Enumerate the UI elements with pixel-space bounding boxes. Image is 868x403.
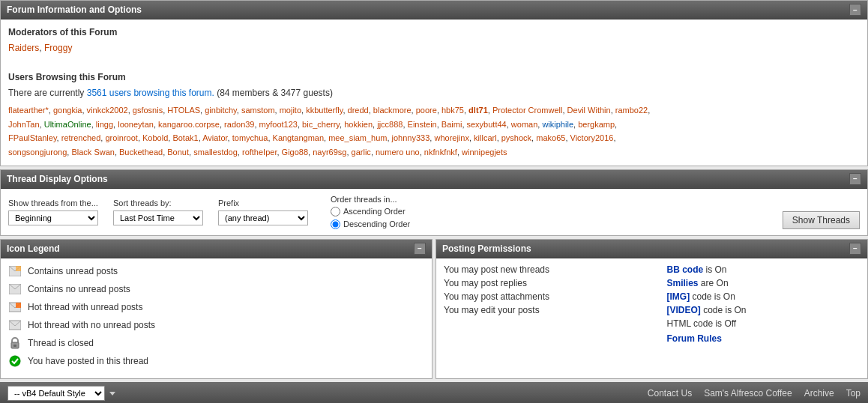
forum-rules-link[interactable]: Forum Rules: [667, 333, 861, 344]
users-count-link[interactable]: 3561 users browsing this forum.: [87, 88, 214, 98]
style-select[interactable]: -- vB4 Default Style: [7, 386, 105, 401]
user-ginbitchy[interactable]: ginbitchy: [205, 106, 237, 115]
users-browsing-text: There are currently 3561 users browsing …: [8, 86, 860, 100]
user-numero-uno[interactable]: numero uno: [376, 148, 420, 157]
legend-item-closed: Thread is closed: [8, 336, 424, 350]
user-wikiphile[interactable]: wikiphile: [542, 120, 573, 129]
user-johntan[interactable]: JohnTan: [8, 120, 40, 129]
user-kangtangman[interactable]: Kangtangman: [273, 133, 325, 142]
user-lingg[interactable]: lingg: [96, 120, 113, 129]
user-tomychua[interactable]: tomychua: [232, 133, 268, 142]
smilies-link[interactable]: Smilies: [667, 278, 699, 288]
user-flatearther[interactable]: flatearther*: [8, 106, 49, 115]
top-link[interactable]: Top: [846, 388, 861, 399]
user-hbk75[interactable]: hbk75: [441, 106, 464, 115]
legend-label-hot-read: Hot thread with no unread posts: [28, 320, 155, 330]
descending-radio[interactable]: [331, 219, 340, 229]
user-aviator[interactable]: Aviator: [202, 133, 227, 142]
icon-legend-section: Icon Legend − Contains unread posts: [0, 239, 433, 379]
user-sexybutt44[interactable]: sexybutt44: [467, 120, 507, 129]
user-gongkia[interactable]: gongkia: [53, 106, 82, 115]
svg-rect-1: [16, 266, 21, 271]
user-groinroot[interactable]: groinroot: [105, 133, 137, 142]
user-fpaulstanley[interactable]: FPaulStanley: [8, 133, 57, 142]
user-vinkck2002[interactable]: vinkck2002: [87, 106, 128, 115]
collapse-icon-legend-btn[interactable]: −: [414, 243, 426, 255]
img-code-link[interactable]: [IMG]: [667, 291, 690, 302]
collapse-thread-options-btn[interactable]: −: [849, 173, 861, 185]
perm-post-replies: You may post replies: [444, 278, 637, 288]
user-devil[interactable]: Devil Within: [567, 106, 611, 115]
sort-threads-group: Sort threads by: Last Post Time Thread T…: [113, 199, 203, 225]
user-bic-cherry[interactable]: bic_cherry: [302, 120, 340, 129]
user-bonut[interactable]: Bonut: [167, 148, 189, 157]
legend-item-unread: Contains unread posts: [8, 264, 424, 278]
collapse-posting-permissions-btn[interactable]: −: [849, 243, 861, 255]
user-nkfnkfnkf[interactable]: nkfnkfnkf: [424, 148, 457, 157]
user-buckethead[interactable]: Buckethead: [119, 148, 163, 157]
user-garlic[interactable]: garlic: [352, 148, 371, 157]
user-dredd[interactable]: dredd: [348, 106, 369, 115]
user-poore[interactable]: poore: [416, 106, 437, 115]
user-songsongjurong[interactable]: songsongjurong: [8, 148, 67, 157]
user-gigo88[interactable]: Gigo88: [282, 148, 308, 157]
archive-link[interactable]: Archive: [804, 388, 834, 399]
svg-point-8: [10, 356, 20, 366]
user-samstom[interactable]: samstom: [241, 106, 275, 115]
user-mojito[interactable]: mojito: [280, 106, 301, 115]
user-mako65[interactable]: mako65: [536, 133, 565, 142]
user-smallestdog[interactable]: smallestdog: [193, 148, 238, 157]
user-johnny333[interactable]: johnny333: [392, 133, 430, 142]
user-roftheiper[interactable]: roftheIper: [242, 148, 277, 157]
prefix-select[interactable]: (any thread): [218, 210, 308, 225]
sams-alfresco-link[interactable]: Sam's Alfresco Coffee: [704, 388, 792, 399]
user-protector[interactable]: Protector Cromwell: [492, 106, 563, 115]
user-myfoot123[interactable]: myfoot123: [259, 120, 298, 129]
user-htolas[interactable]: HTOLAS: [167, 106, 200, 115]
user-blackmore[interactable]: blackmore: [373, 106, 412, 115]
user-kobold[interactable]: Kobold: [142, 133, 168, 142]
user-einstein[interactable]: Einstein: [408, 120, 437, 129]
bb-code-link[interactable]: BB code: [667, 264, 704, 275]
user-whorejinx[interactable]: whorejinx: [434, 133, 468, 142]
user-hokkien[interactable]: hokkien: [344, 120, 373, 129]
user-pyshock[interactable]: pyshock: [501, 133, 531, 142]
user-black-swan[interactable]: Black Swan: [71, 148, 114, 157]
thread-options-section: Thread Display Options − Show threads fr…: [0, 169, 868, 236]
user-radon39[interactable]: radon39: [224, 120, 254, 129]
video-code-link[interactable]: [VIDEO]: [667, 305, 701, 315]
perm-row: You may post new threads You may post re…: [444, 264, 860, 344]
perm-right: BB code is On Smilies are On [IMG] code …: [667, 264, 861, 344]
user-looneytan[interactable]: looneytan: [118, 120, 154, 129]
moderator-raiders[interactable]: Raiders: [8, 43, 39, 53]
users-browsing-label: Users Browsing this Forum: [8, 70, 860, 85]
moderator-froggy[interactable]: Froggy: [44, 43, 72, 53]
sort-threads-select[interactable]: Last Post Time Thread Title Thread Start…: [113, 210, 203, 225]
envelope-unread-icon: [8, 264, 22, 278]
user-killcarl[interactable]: killcarl: [474, 133, 497, 142]
user-gsfosnis[interactable]: gsfosnis: [133, 106, 163, 115]
prefix-group: Prefix (any thread): [218, 199, 308, 225]
user-nayr69sg[interactable]: nayr69sg: [313, 148, 346, 157]
user-retrenched[interactable]: retrenched: [61, 133, 101, 142]
user-winnipegjets[interactable]: winnipegjets: [462, 148, 507, 157]
show-threads-from-select[interactable]: Beginning Last Day Last 2 Days Last Week…: [8, 210, 98, 225]
user-jjcc888[interactable]: jjcc888: [377, 120, 403, 129]
user-baimi[interactable]: Baimi: [441, 120, 462, 129]
contact-us-link[interactable]: Contact Us: [648, 388, 692, 399]
user-mee-siam[interactable]: mee_siam_hum: [328, 133, 387, 142]
user-dlt71[interactable]: dlt71: [468, 106, 488, 115]
user-woman[interactable]: woman: [511, 120, 537, 129]
perm-edit-posts: You may edit your posts: [444, 305, 637, 315]
user-kangaroo[interactable]: kangaroo.corpse: [158, 120, 220, 129]
collapse-forum-info-btn[interactable]: −: [849, 4, 861, 16]
user-bergkamp[interactable]: bergkamp: [578, 120, 615, 129]
user-list: flatearther*, gongkia, vinkck2002, gsfos…: [8, 103, 860, 160]
user-kkbutterfly[interactable]: kkbutterfly: [306, 106, 343, 115]
user-victory2016[interactable]: Victory2016: [570, 133, 614, 142]
user-rambo22[interactable]: rambo22: [615, 106, 648, 115]
show-threads-button[interactable]: Show Threads: [783, 211, 860, 229]
user-ultimaonline[interactable]: UltimaOnline: [44, 120, 91, 129]
ascending-radio[interactable]: [331, 207, 340, 216]
user-botak1[interactable]: Botak1: [172, 133, 198, 142]
